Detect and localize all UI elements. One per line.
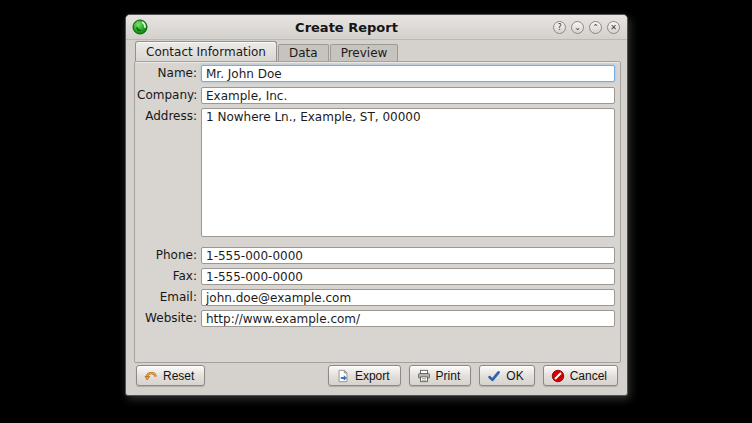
window-controls: ? ⌄ ⌃ ✕ bbox=[553, 21, 620, 34]
phone-label: Phone: bbox=[137, 247, 197, 264]
address-label: Address: bbox=[137, 108, 197, 125]
app-icon bbox=[132, 19, 148, 35]
tab-preview[interactable]: Preview bbox=[330, 44, 399, 61]
help-button[interactable]: ? bbox=[553, 21, 566, 34]
reset-button[interactable]: Reset bbox=[136, 365, 205, 386]
check-icon bbox=[487, 369, 501, 383]
phone-field[interactable] bbox=[201, 247, 615, 264]
ok-button[interactable]: OK bbox=[479, 365, 534, 386]
create-report-dialog: Create Report ? ⌄ ⌃ ✕ Contact Informatio… bbox=[125, 14, 628, 396]
printer-icon bbox=[417, 369, 431, 383]
website-field[interactable] bbox=[201, 310, 615, 327]
cancel-label: Cancel bbox=[570, 369, 607, 383]
close-button[interactable]: ✕ bbox=[607, 21, 620, 34]
titlebar[interactable]: Create Report ? ⌄ ⌃ ✕ bbox=[126, 15, 627, 40]
name-label: Name: bbox=[137, 65, 197, 82]
ok-label: OK bbox=[506, 369, 523, 383]
cancel-button[interactable]: Cancel bbox=[543, 365, 618, 386]
company-field[interactable] bbox=[201, 87, 615, 104]
print-label: Print bbox=[436, 369, 461, 383]
fax-field[interactable] bbox=[201, 268, 615, 285]
window-title: Create Report bbox=[156, 15, 537, 40]
export-button[interactable]: Export bbox=[328, 365, 401, 386]
fax-label: Fax: bbox=[137, 268, 197, 285]
export-label: Export bbox=[355, 369, 390, 383]
button-row: Reset Export Print bbox=[136, 365, 618, 386]
company-label: Company: bbox=[137, 87, 197, 104]
print-button[interactable]: Print bbox=[409, 365, 472, 386]
website-label: Website: bbox=[137, 310, 197, 327]
undo-arrow-icon bbox=[144, 369, 158, 383]
email-label: Email: bbox=[137, 289, 197, 306]
tab-contact-information[interactable]: Contact Information bbox=[135, 41, 277, 61]
shade-up-button[interactable]: ⌃ bbox=[589, 21, 602, 34]
tab-bar: Contact Information Data Preview bbox=[135, 42, 399, 61]
address-field[interactable]: 1 Nowhere Ln., Example, ST, 00000 bbox=[201, 108, 615, 237]
contact-information-pane: Name: Company: Address: 1 Nowhere Ln., E… bbox=[134, 61, 621, 363]
email-field[interactable] bbox=[201, 289, 615, 306]
name-field[interactable] bbox=[201, 65, 615, 82]
reset-label: Reset bbox=[163, 369, 194, 383]
no-entry-icon bbox=[551, 369, 565, 383]
document-export-icon bbox=[336, 369, 350, 383]
shade-down-button[interactable]: ⌄ bbox=[571, 21, 584, 34]
tab-data[interactable]: Data bbox=[278, 44, 329, 61]
